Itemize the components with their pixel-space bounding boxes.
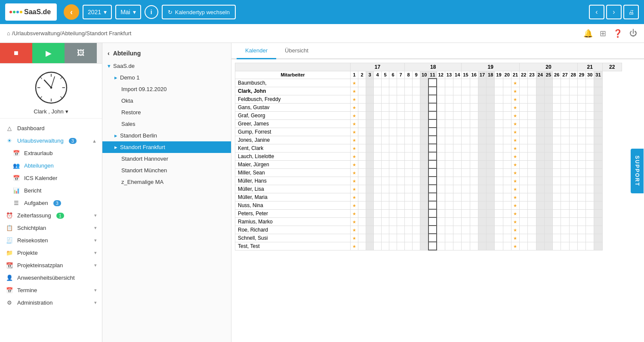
calendar-cell[interactable] [487, 209, 495, 217]
calendar-cell[interactable] [358, 193, 366, 201]
calendar-cell[interactable] [536, 234, 544, 242]
calendar-cell[interactable] [536, 185, 544, 193]
calendar-cell[interactable] [577, 201, 585, 209]
employee-name[interactable]: Feldbusch, Freddy [235, 95, 351, 103]
support-tab[interactable]: SUPPORT [631, 149, 644, 193]
calendar-cell[interactable] [594, 136, 602, 144]
calendar-cell[interactable]: ★ [351, 79, 358, 87]
calendar-cell[interactable] [366, 185, 374, 193]
calendar-cell[interactable] [445, 79, 453, 87]
calendar-cell[interactable] [503, 226, 511, 234]
calendar-cell[interactable] [577, 111, 585, 119]
calendar-cell[interactable] [358, 226, 366, 234]
calendar-cell[interactable] [487, 160, 495, 168]
calendar-cell[interactable] [495, 242, 503, 250]
tree-item-frankfurt[interactable]: ▸ Standort Frankfurt [102, 141, 231, 153]
calendar-cell[interactable] [586, 128, 594, 136]
calendar-cell[interactable] [586, 185, 594, 193]
calendar-cell[interactable] [445, 242, 453, 250]
calendar-cell[interactable] [445, 185, 453, 193]
calendar-cell[interactable] [397, 119, 405, 128]
calendar-cell[interactable] [470, 209, 478, 217]
calendar-cell[interactable] [528, 168, 536, 177]
calendar-cell[interactable]: ★ [351, 168, 358, 177]
calendar-cell[interactable] [561, 226, 569, 234]
calendar-cell[interactable] [586, 193, 594, 201]
calendar-cell[interactable] [594, 209, 602, 217]
calendar-cell[interactable]: ★ [351, 144, 358, 152]
calendar-cell[interactable] [495, 103, 503, 111]
calendar-cell[interactable] [462, 226, 470, 234]
calendar-cell[interactable] [366, 226, 374, 234]
calendar-cell[interactable] [374, 103, 382, 111]
calendar-cell[interactable] [577, 119, 585, 128]
calendar-cell[interactable] [389, 160, 397, 168]
calendar-cell[interactable] [544, 209, 552, 217]
calendar-cell[interactable] [389, 111, 397, 119]
calendar-cell[interactable] [495, 201, 503, 209]
calendar-cell[interactable] [487, 242, 495, 250]
employee-name[interactable]: Clark, John [235, 87, 351, 95]
calendar-cell[interactable] [478, 160, 486, 168]
employee-name[interactable]: Gans, Gustav [235, 103, 351, 111]
calendar-cell[interactable] [366, 242, 374, 250]
calendar-cell[interactable] [428, 209, 437, 217]
calendar-cell[interactable] [553, 193, 561, 201]
calendar-cell[interactable] [397, 209, 405, 217]
employee-name[interactable]: Nuss, Nina [235, 201, 351, 209]
calendar-cell[interactable]: ★ [511, 103, 519, 111]
calendar-cell[interactable] [577, 144, 585, 152]
calendar-cell[interactable] [428, 193, 437, 201]
calendar-cell[interactable] [428, 144, 437, 152]
calendar-cell[interactable] [462, 128, 470, 136]
calendar-cell[interactable] [528, 234, 536, 242]
calendar-cell[interactable] [462, 234, 470, 242]
calendar-cell[interactable] [405, 226, 413, 234]
calendar-cell[interactable] [413, 95, 420, 103]
calendar-cell[interactable] [389, 103, 397, 111]
calendar-cell[interactable] [528, 87, 536, 95]
calendar-cell[interactable] [586, 160, 594, 168]
calendar-cell[interactable] [569, 217, 577, 226]
calendar-cell[interactable] [374, 152, 382, 160]
calendar-cell[interactable] [389, 152, 397, 160]
calendar-cell[interactable] [553, 136, 561, 144]
calendar-cell[interactable] [503, 168, 511, 177]
calendar-cell[interactable] [495, 95, 503, 103]
calendar-cell[interactable] [420, 242, 428, 250]
calendar-cell[interactable] [437, 185, 445, 193]
calendar-cell[interactable] [495, 111, 503, 119]
calendar-cell[interactable] [487, 95, 495, 103]
calendar-cell[interactable]: ★ [511, 226, 519, 234]
tab-uebersicht[interactable]: Übersicht [276, 43, 317, 59]
calendar-cell[interactable] [478, 193, 486, 201]
calendar-cell[interactable] [495, 177, 503, 185]
calendar-cell[interactable] [358, 128, 366, 136]
calendar-cell[interactable]: ★ [351, 177, 358, 185]
calendar-cell[interactable] [389, 168, 397, 177]
calendar-cell[interactable] [374, 217, 382, 226]
calendar-cell[interactable] [478, 103, 486, 111]
grid-icon[interactable]: ⊞ [600, 29, 606, 38]
calendar-cell[interactable] [374, 226, 382, 234]
info-button[interactable]: i [145, 5, 158, 19]
calendar-cell[interactable] [569, 160, 577, 168]
calendar-cell[interactable]: ★ [351, 201, 358, 209]
sidebar-item-schichtplan[interactable]: 📋 Schichtplan ▾ [0, 222, 102, 234]
calendar-cell[interactable] [544, 160, 552, 168]
calendar-cell[interactable] [594, 217, 602, 226]
calendar-cell[interactable] [503, 193, 511, 201]
calendar-cell[interactable] [561, 234, 569, 242]
calendar-cell[interactable] [520, 128, 528, 136]
calendar-cell[interactable] [397, 226, 405, 234]
calendar-cell[interactable] [405, 201, 413, 209]
calendar-cell[interactable] [445, 111, 453, 119]
calendar-cell[interactable] [437, 144, 445, 152]
calendar-cell[interactable] [405, 111, 413, 119]
kalendertyp-button[interactable]: ↻ Kalendertyp wechseln [162, 5, 236, 19]
employee-name[interactable]: Jones, Janine [235, 136, 351, 144]
calendar-cell[interactable] [528, 201, 536, 209]
calendar-cell[interactable] [428, 119, 437, 128]
calendar-cell[interactable]: ★ [511, 128, 519, 136]
calendar-cell[interactable] [487, 79, 495, 87]
